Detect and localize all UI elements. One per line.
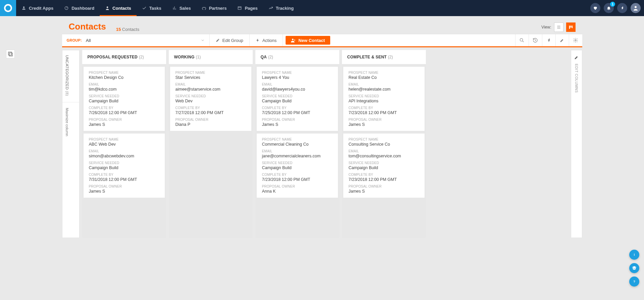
- nav-icon: [237, 6, 242, 10]
- history-button[interactable]: [529, 34, 542, 46]
- nav-tasks[interactable]: Tasks: [137, 0, 167, 16]
- nav-label: Partners: [209, 6, 227, 11]
- heart-icon: [593, 6, 598, 10]
- nav-credit-apps[interactable]: Credit Apps: [16, 0, 59, 16]
- gear-icon: [573, 38, 578, 43]
- edit-columns-handle[interactable]: EDIT COLUMNS: [571, 50, 582, 238]
- field-value: helen@realestate.com: [349, 87, 419, 92]
- nav-partners[interactable]: Partners: [196, 0, 232, 16]
- svg-rect-7: [572, 26, 572, 28]
- nav-label: Credit Apps: [29, 6, 53, 11]
- field-label: COMPLETE BY: [262, 106, 333, 110]
- nav-icon: [268, 6, 273, 10]
- field-value: jane@commercialcleaners.com: [262, 154, 333, 158]
- app-logo[interactable]: [0, 0, 16, 16]
- card-field-complete-by: COMPLETE BY7/26/2018 12:00 PM GMT: [89, 106, 159, 115]
- column-header[interactable]: WORKING(1): [169, 50, 253, 64]
- column-header[interactable]: QA(2): [255, 50, 339, 64]
- nav-items: Credit AppsDashboardContactsTasksSalesPa…: [16, 0, 299, 16]
- field-label: COMPLETE BY: [262, 173, 333, 177]
- contact-card[interactable]: PROSPECT NAMECommercial Cleaning CoEMAIL…: [257, 134, 338, 198]
- card-field-email: EMAILtim@kdco.com: [89, 83, 159, 92]
- board: UNCATEGORIZED (8) Maximize column PROPOS…: [62, 47, 582, 245]
- svg-rect-12: [9, 53, 12, 56]
- view-board-button[interactable]: [566, 22, 576, 32]
- nav-tracking[interactable]: Tracking: [263, 0, 299, 16]
- column-complete-sent: COMPLETE & SENT(2)PROSPECT NAMEReal Esta…: [342, 50, 426, 238]
- add-user-icon: [291, 38, 296, 43]
- card-field-complete-by: COMPLETE BY7/23/2018 12:00 PM GMT: [262, 173, 333, 182]
- field-value: Campaign Build: [89, 99, 159, 103]
- field-value: 7/27/2018 12:00 PM GMT: [176, 110, 246, 115]
- view-list-button[interactable]: [554, 22, 563, 32]
- field-value: 7/31/2018 12:00 PM GMT: [89, 177, 159, 182]
- contact-count-word: Contacts: [122, 27, 139, 32]
- uncategorized-column[interactable]: UNCATEGORIZED (8) Maximize column: [62, 50, 80, 238]
- field-value: tom@consultingservice.com: [349, 154, 419, 158]
- card-field-proposal-owner: PROPOSAL OWNERJames S: [349, 118, 419, 127]
- toolbar: GROUP: All Edit Group Actions New Contac…: [62, 34, 582, 47]
- column-header[interactable]: COMPLETE & SENT(2): [342, 50, 426, 64]
- nav-contacts[interactable]: Contacts: [100, 0, 137, 16]
- field-value: James S: [89, 189, 159, 194]
- field-label: PROPOSAL OWNER: [349, 185, 419, 188]
- nav-icon: [142, 6, 147, 10]
- field-value: Campaign Build: [349, 165, 419, 170]
- edit-group-label: Edit Group: [222, 38, 243, 43]
- new-contact-button[interactable]: New Contact: [286, 36, 330, 45]
- field-value: 7/25/2018 12:00 PM GMT: [262, 110, 333, 115]
- contact-card[interactable]: PROSPECT NAMELawyers 4 YouEMAILdavid@law…: [257, 67, 338, 131]
- group-select[interactable]: GROUP: All: [62, 34, 210, 46]
- field-label: PROPOSAL OWNER: [176, 118, 246, 121]
- field-label: SERVICE NEEDED: [89, 94, 159, 98]
- card-field-email: EMAILhelen@realestate.com: [349, 83, 419, 92]
- field-value: Diana P: [176, 122, 246, 127]
- side-dock-toggle[interactable]: [6, 50, 15, 58]
- field-value: Consulting Service Co: [349, 142, 419, 147]
- settings-button[interactable]: [569, 34, 582, 46]
- svg-rect-3: [238, 7, 241, 9]
- column-body: PROSPECT NAMEKitchen Design CoEMAILtim@k…: [82, 64, 166, 200]
- edit-button[interactable]: [555, 34, 569, 46]
- nav-icon: [172, 6, 177, 10]
- contact-card[interactable]: PROSPECT NAMEKitchen Design CoEMAILtim@k…: [84, 67, 165, 131]
- contact-card[interactable]: PROSPECT NAMEConsulting Service CoEMAILt…: [343, 134, 425, 198]
- svg-point-8: [292, 39, 294, 40]
- maximize-column-button[interactable]: Maximize column: [65, 108, 69, 136]
- contact-card[interactable]: PROSPECT NAMEABC Web DevEMAILsimon@abcwe…: [84, 134, 165, 198]
- field-label: SERVICE NEEDED: [262, 94, 333, 98]
- svg-point-4: [635, 6, 637, 8]
- user-avatar[interactable]: [631, 3, 641, 13]
- svg-point-2: [107, 6, 108, 8]
- search-button[interactable]: [515, 34, 529, 46]
- contact-card[interactable]: PROSPECT NAMEReal Estate CoEMAILhelen@re…: [343, 67, 425, 131]
- field-label: EMAIL: [176, 83, 246, 86]
- notification-badge: 1: [610, 2, 615, 7]
- column-header[interactable]: PROPOSAL REQUESTED(2): [82, 50, 166, 64]
- nav-icon: [64, 6, 69, 10]
- field-value: James S: [262, 122, 333, 127]
- pinned-button[interactable]: [617, 3, 627, 13]
- bell-icon: [606, 6, 611, 10]
- field-label: EMAIL: [262, 83, 333, 86]
- pin-button[interactable]: [542, 34, 555, 46]
- board-icon: [568, 25, 573, 30]
- nav-dashboard[interactable]: Dashboard: [59, 0, 100, 16]
- card-field-service-needed: SERVICE NEEDEDCampaign Build: [89, 94, 159, 103]
- field-value: Commercial Cleaning Co: [262, 142, 333, 147]
- chevron-down-icon: [201, 38, 205, 42]
- nav-sales[interactable]: Sales: [167, 0, 196, 16]
- actions-button[interactable]: Actions: [250, 34, 283, 46]
- nav-pages[interactable]: Pages: [232, 0, 263, 16]
- nav-label: Sales: [180, 6, 191, 11]
- card-field-proposal-owner: PROPOSAL OWNERJames S: [262, 118, 333, 127]
- group-label: GROUP:: [67, 38, 82, 42]
- field-value: API Integrations: [349, 99, 419, 103]
- edit-group-button[interactable]: Edit Group: [210, 34, 250, 46]
- svg-rect-6: [570, 26, 571, 28]
- contact-card[interactable]: PROSPECT NAMEStar ServicesEMAILaimee@sta…: [170, 67, 251, 131]
- field-label: SERVICE NEEDED: [349, 94, 419, 98]
- toolbar-right: [515, 34, 582, 46]
- notifications-button[interactable]: 1: [604, 3, 614, 13]
- favorites-button[interactable]: [590, 3, 600, 13]
